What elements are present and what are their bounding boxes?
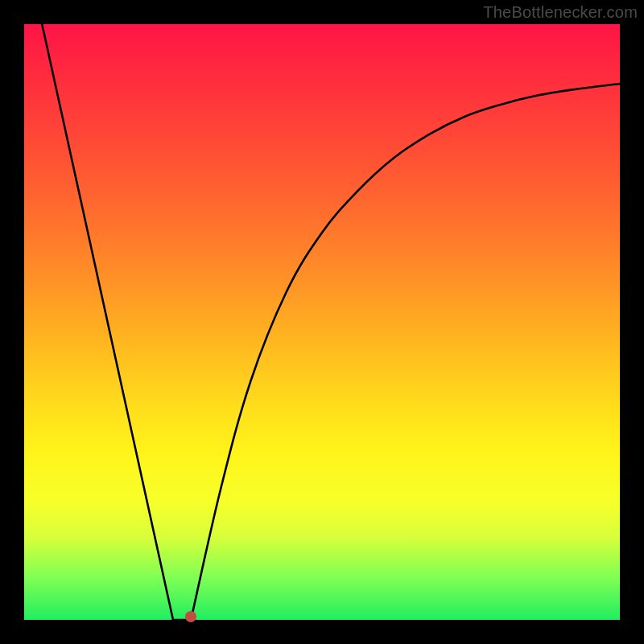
curve-svg (24, 24, 620, 620)
watermark-text: TheBottlenecker.com (483, 3, 638, 22)
plot-area (24, 24, 620, 620)
bottleneck-curve (42, 24, 620, 630)
chart-frame: TheBottlenecker.com (0, 0, 644, 644)
optimum-marker (185, 611, 196, 622)
